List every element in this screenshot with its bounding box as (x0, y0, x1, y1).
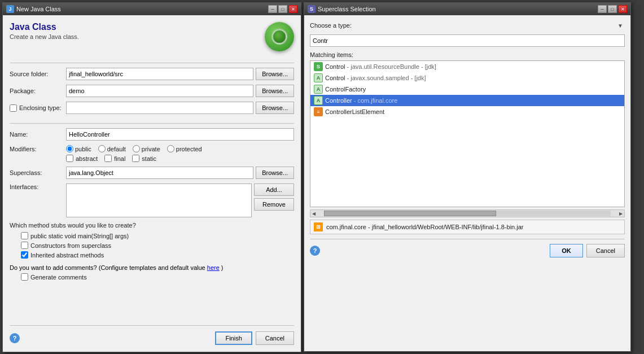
default-radio[interactable] (98, 145, 106, 152)
list-item-selected[interactable]: A Controller - com.jfinal.core (310, 95, 624, 106)
list-item[interactable]: A ControlFactory (310, 84, 624, 95)
minimize-button[interactable]: ─ (268, 5, 277, 13)
cancel-button[interactable]: Cancel (256, 331, 294, 345)
constructors-row: Constructors from superclass (10, 242, 294, 249)
sc-maximize-button[interactable]: □ (608, 5, 617, 13)
package-input[interactable] (66, 85, 253, 97)
bottom-bar: ? Finish Cancel (10, 325, 294, 345)
name-input[interactable] (66, 128, 294, 141)
protected-radio-label[interactable]: protected (167, 145, 202, 152)
dropdown-arrow-icon[interactable]: ▼ (616, 21, 625, 30)
final-label: final (114, 155, 125, 162)
generate-comments-checkbox-label[interactable]: Generate comments (21, 273, 87, 281)
finish-button[interactable]: Finish (215, 331, 252, 345)
list-item[interactable]: S Control - java.util.ResourceBundle - [… (310, 61, 624, 72)
name-row: Name: (10, 128, 294, 141)
stubs-section: Which method stubs would you like to cre… (10, 222, 294, 261)
enclosing-type-row: Enclosing type: Browse... (10, 102, 294, 114)
constructors-checkbox-label[interactable]: Constructors from superclass (21, 242, 111, 249)
here-link[interactable]: here (207, 264, 220, 271)
generate-comments-row: Generate comments (10, 273, 294, 281)
scroll-left-icon[interactable]: ◀ (310, 210, 317, 217)
jar-info-row: ⊞ com.jfinal.core - jfinal_helloworld/We… (310, 220, 625, 234)
interfaces-remove-button[interactable]: Remove (254, 198, 294, 211)
superclass-cancel-button[interactable]: Cancel (586, 244, 625, 257)
inherited-abstract-checkbox-label[interactable]: Inherited abstract methods (21, 251, 104, 259)
enclosing-type-checkbox[interactable] (10, 104, 17, 112)
help-icon[interactable]: ? (10, 333, 20, 343)
superclass-title: Superclass Selection (318, 6, 376, 12)
superclass-browse-button[interactable]: Browse... (256, 167, 294, 179)
static-checkbox-label[interactable]: static (132, 155, 156, 162)
interfaces-add-button[interactable]: Add... (254, 183, 294, 196)
abstract-label: abstract (76, 155, 98, 162)
abstract-checkbox[interactable] (66, 155, 73, 162)
result-classname: Controller (325, 97, 354, 104)
jar-icon: ⊞ (314, 222, 323, 231)
superclass-row: Superclass: Browse... (10, 167, 294, 179)
source-folder-label: Source folder: (10, 71, 66, 77)
static-label: static (142, 155, 156, 162)
scrollbar-thumb[interactable] (324, 211, 496, 216)
default-label: default (107, 146, 126, 152)
horizontal-scrollbar[interactable]: ◀ ▶ (310, 209, 625, 217)
eclipse-logo-inner (271, 29, 287, 45)
modifiers-row2: abstract final static (10, 155, 294, 162)
sc-help-icon[interactable]: ? (310, 246, 320, 256)
close-button[interactable]: ✕ (288, 5, 297, 13)
ok-button[interactable]: OK (550, 244, 583, 257)
inherited-abstract-row: Inherited abstract methods (10, 251, 294, 259)
default-radio-label[interactable]: default (98, 145, 126, 152)
choose-type-label: Choose a type: (310, 22, 616, 29)
type-search-input[interactable] (310, 34, 625, 47)
window-header: Java Class Create a new Java class. (10, 22, 294, 51)
inherited-abstract-checkbox[interactable] (21, 251, 28, 259)
public-radio[interactable] (66, 145, 73, 152)
static-checkbox[interactable] (132, 155, 139, 162)
header-divider (10, 63, 294, 63)
result-icon-a2: A (314, 85, 323, 94)
maximize-button[interactable]: □ (278, 5, 287, 13)
result-classname: Control (325, 75, 347, 81)
enclosing-type-checkbox-label[interactable]: Enclosing type: (10, 104, 62, 112)
generate-comments-checkbox[interactable] (21, 273, 28, 281)
new-java-class-titlebar: J New Java Class ─ □ ✕ (3, 3, 301, 15)
source-folder-browse-button[interactable]: Browse... (256, 68, 294, 80)
constructors-checkbox[interactable] (21, 242, 28, 249)
generate-comments-label: Generate comments (30, 274, 87, 281)
main-method-checkbox-label[interactable]: public static void main(String[] args) (21, 232, 129, 239)
jar-info-text: com.jfinal.core - jfinal_helloworld/WebR… (326, 224, 523, 230)
stubs-title: Which method stubs would you like to cre… (10, 222, 294, 229)
public-radio-label[interactable]: public (66, 145, 91, 152)
constructors-label: Constructors from superclass (30, 242, 111, 249)
interfaces-box (66, 183, 252, 217)
list-item[interactable]: ≡ ControllerListElement (310, 106, 624, 117)
private-radio[interactable] (133, 145, 140, 152)
scroll-right-icon[interactable]: ▶ (617, 210, 624, 217)
source-folder-input[interactable] (66, 68, 253, 80)
sc-close-button[interactable]: ✕ (618, 5, 627, 13)
superclass-input[interactable] (66, 167, 253, 179)
superclass-icon: S (308, 5, 316, 13)
private-radio-label[interactable]: private (133, 145, 160, 152)
modifiers-label: Modifiers: (10, 146, 66, 152)
choose-type-row: Choose a type: ▼ (310, 21, 625, 30)
result-icon-list: ≡ (314, 107, 323, 116)
enclosing-type-input[interactable] (66, 102, 253, 114)
list-item[interactable]: A Control - javax.sound.sampled - [jdk] (310, 72, 624, 84)
package-row: Package: Browse... (10, 85, 294, 97)
final-checkbox[interactable] (104, 155, 112, 162)
dialog-subtitle: Create a new Java class. (10, 33, 79, 40)
package-browse-button[interactable]: Browse... (256, 85, 294, 97)
enclosing-browse-button[interactable]: Browse... (256, 102, 294, 114)
enclosing-type-label: Enclosing type: (19, 104, 62, 111)
source-folder-row: Source folder: Browse... (10, 68, 294, 80)
dialog-title: Java Class (10, 22, 79, 32)
private-label: private (142, 146, 160, 152)
protected-radio[interactable] (167, 145, 174, 152)
results-list: S Control - java.util.ResourceBundle - [… (310, 60, 625, 207)
sc-minimize-button[interactable]: ─ (598, 5, 607, 13)
final-checkbox-label[interactable]: final (104, 155, 125, 162)
main-method-checkbox[interactable] (21, 232, 28, 239)
abstract-checkbox-label[interactable]: abstract (66, 155, 98, 162)
